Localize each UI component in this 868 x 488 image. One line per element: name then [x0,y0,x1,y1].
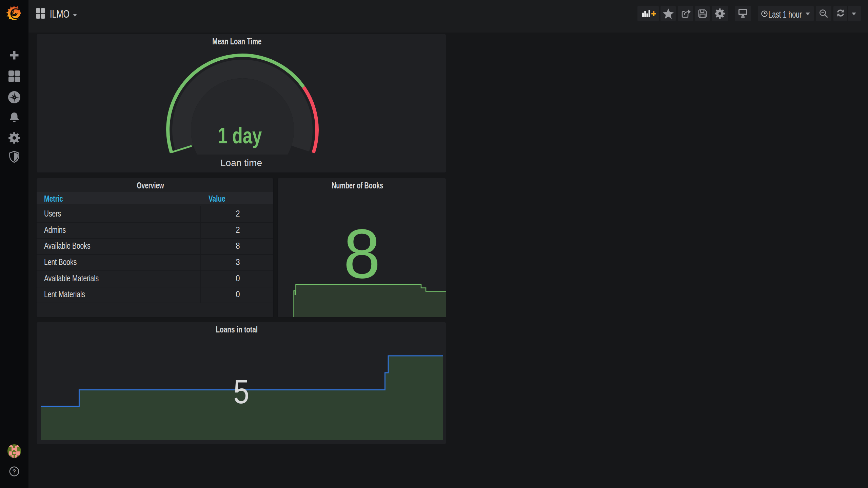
svg-text:?: ? [13,468,16,475]
